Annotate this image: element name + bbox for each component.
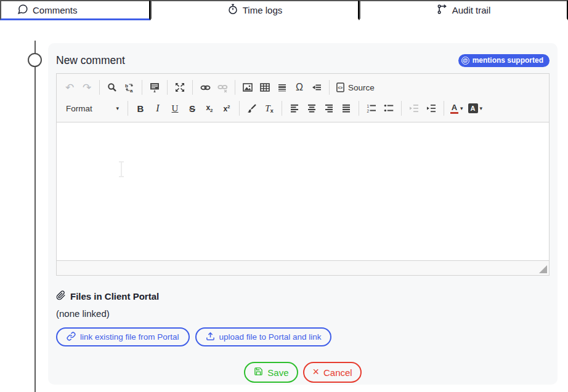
decrease-indent-button	[406, 100, 422, 116]
align-center-button[interactable]	[304, 100, 320, 116]
files-section-title: Files in Client Portal	[56, 290, 550, 302]
svg-text:2: 2	[367, 109, 370, 113]
background-color-button[interactable]: A▾	[466, 100, 485, 116]
upload-file-label: upload file to Portal and link	[219, 332, 322, 342]
align-right-icon	[324, 103, 334, 113]
flow-branch-icon	[437, 4, 448, 17]
underline-button[interactable]: U	[167, 100, 183, 116]
tab-audit-trail-label: Audit trail	[452, 5, 491, 15]
comment-form-screen: Comments Time logs Audit trail New comme…	[0, 0, 568, 392]
source-icon: <>	[336, 82, 345, 92]
save-button-label: Save	[267, 367, 288, 378]
tab-bar: Comments Time logs Audit trail	[0, 0, 568, 20]
mentions-badge-label: mentions supported	[473, 56, 543, 65]
numbered-list-button[interactable]: 12	[363, 100, 379, 116]
toolbar-separator	[128, 101, 128, 116]
horizontal-rule-button[interactable]	[274, 79, 290, 95]
svg-text:1: 1	[367, 104, 370, 108]
remove-format-button[interactable]: Tx	[261, 100, 277, 116]
undo-icon: ↶	[65, 82, 74, 93]
editor-content-area[interactable]	[57, 122, 549, 260]
increase-indent-button[interactable]	[423, 100, 439, 116]
select-all-button[interactable]	[147, 79, 163, 95]
card-header: New comment @ mentions supported	[56, 43, 550, 70]
unlink-button	[214, 79, 230, 95]
find-button[interactable]	[104, 79, 120, 95]
subscript-button[interactable]: x2	[201, 100, 217, 116]
text-cursor	[118, 161, 124, 180]
replace-button[interactable]: ba	[121, 79, 137, 95]
tab-time-logs[interactable]: Time logs	[150, 0, 359, 20]
format-dropdown[interactable]: Format▾	[62, 100, 123, 116]
toolbar-separator	[142, 80, 142, 95]
svg-text:<>: <>	[338, 86, 343, 90]
chevron-down-icon: ▾	[480, 105, 483, 111]
toolbar-separator	[239, 101, 240, 116]
bulleted-list-icon	[384, 103, 394, 113]
tab-comments[interactable]: Comments	[0, 0, 150, 20]
source-button[interactable]: <>Source	[334, 79, 376, 95]
toolbar-separator	[167, 80, 168, 95]
upload-file-button[interactable]: upload file to Portal and link	[195, 327, 332, 346]
superscript-button[interactable]: x2	[219, 100, 235, 116]
link-icon	[200, 82, 211, 93]
redo-button: ↷	[79, 79, 95, 95]
link-icon	[67, 332, 76, 343]
remove-format-icon: Tx	[265, 103, 273, 114]
cancel-button-label: Cancel	[323, 367, 352, 378]
rich-text-editor: ↶↷baΩ<>Source Format▾BIUSx2x2Tx12A▾A▾	[56, 73, 550, 276]
strikethrough-button[interactable]: S	[184, 100, 200, 116]
speech-bubble-icon	[17, 4, 28, 17]
italic-button[interactable]: I	[150, 100, 166, 116]
italic-icon: I	[156, 103, 159, 114]
special-character-button[interactable]: Ω	[291, 79, 307, 95]
superscript-icon: x2	[223, 104, 230, 113]
toolbar-separator	[282, 101, 282, 116]
chevron-down-icon: ▾	[460, 105, 463, 111]
align-justify-button[interactable]	[338, 100, 354, 116]
bulleted-list-button[interactable]	[381, 100, 397, 116]
new-comment-card: New comment @ mentions supported ↶↷baΩ<>…	[48, 43, 558, 385]
page-break-button[interactable]	[309, 79, 325, 95]
at-icon: @	[461, 57, 469, 65]
text-color-button[interactable]: A▾	[448, 100, 465, 116]
toolbar-separator	[401, 101, 402, 116]
link-button[interactable]	[197, 79, 213, 95]
align-right-button[interactable]	[321, 100, 337, 116]
bold-icon: B	[137, 103, 144, 114]
save-button[interactable]: Save	[244, 362, 298, 383]
tab-audit-trail[interactable]: Audit trail	[359, 0, 568, 20]
cancel-button[interactable]: × Cancel	[303, 362, 361, 383]
form-actions: Save × Cancel	[56, 362, 550, 383]
table-button[interactable]	[257, 79, 273, 95]
copy-formatting-button[interactable]	[244, 100, 260, 116]
resize-grip[interactable]	[539, 265, 547, 273]
upload-icon	[206, 332, 215, 343]
link-existing-file-button[interactable]: link existing file from Portal	[56, 327, 190, 346]
background-color-icon: A	[468, 103, 478, 113]
replace-icon: ba	[124, 82, 134, 92]
image-icon	[243, 82, 253, 92]
tab-comments-label: Comments	[33, 5, 78, 15]
bold-button[interactable]: B	[132, 100, 148, 116]
maximize-icon	[175, 82, 185, 92]
files-section-label: Files in Client Portal	[70, 291, 159, 302]
align-left-button[interactable]	[286, 100, 302, 116]
underline-icon: U	[172, 103, 179, 114]
toolbar-separator	[329, 80, 330, 95]
horizontal-rule-icon	[277, 82, 287, 92]
find-icon	[107, 82, 117, 92]
toolbar-separator	[444, 101, 444, 116]
svg-text:b: b	[125, 83, 128, 89]
toolbar-separator	[99, 80, 100, 95]
stopwatch-icon	[227, 4, 238, 17]
image-button[interactable]	[240, 79, 256, 95]
redo-icon: ↷	[83, 82, 91, 93]
card-title: New comment	[56, 54, 125, 67]
decrease-indent-icon	[409, 103, 419, 113]
toolbar-separator	[235, 80, 235, 95]
tab-time-logs-label: Time logs	[243, 5, 282, 15]
save-icon	[254, 367, 263, 378]
maximize-button[interactable]	[172, 79, 188, 95]
table-icon	[260, 82, 270, 92]
